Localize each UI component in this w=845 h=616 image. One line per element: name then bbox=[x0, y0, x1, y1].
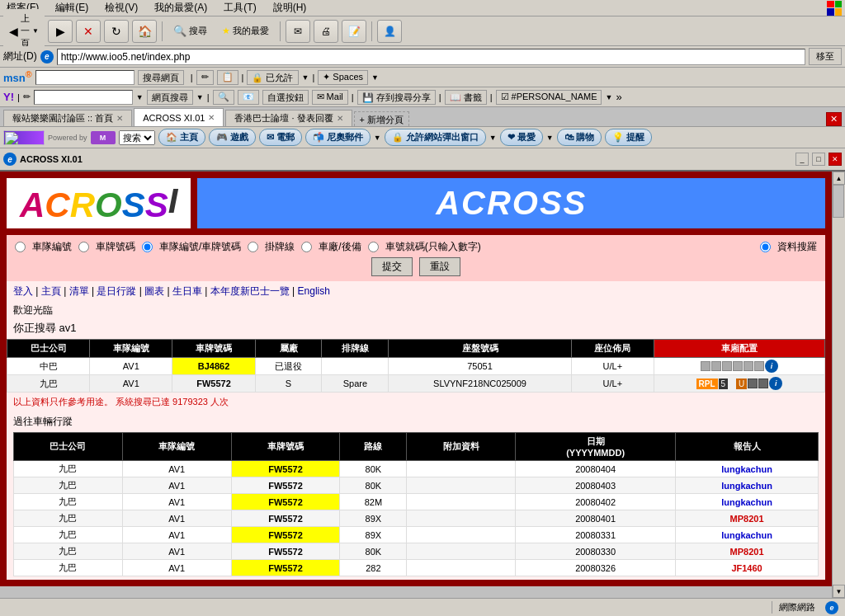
tb-sep-msn: | bbox=[191, 73, 193, 82]
hist-td-plate: FW5572 bbox=[231, 560, 340, 576]
td-fleet-0: AV1 bbox=[90, 358, 172, 375]
nav-english[interactable]: English bbox=[298, 285, 330, 297]
seat-d2 bbox=[758, 379, 768, 388]
search-button[interactable]: 🔍 搜尋 bbox=[168, 21, 213, 40]
td-layout-0: U/L+ bbox=[571, 358, 654, 375]
nav-home[interactable]: 主頁 bbox=[41, 285, 61, 297]
radio-both[interactable] bbox=[142, 242, 153, 252]
mail-button[interactable]: ✉ bbox=[286, 20, 310, 43]
menu-edit[interactable]: 編輯(E) bbox=[52, 0, 92, 16]
refresh-button[interactable]: ↻ bbox=[104, 20, 129, 43]
th-layout: 座位佈局 bbox=[571, 340, 654, 358]
hist-td-route: 89X bbox=[340, 510, 407, 527]
hist-td-extra bbox=[407, 461, 516, 477]
yahoo-btn2[interactable]: 📧 bbox=[238, 90, 259, 105]
neo-games[interactable]: 🎮 遊戲 bbox=[209, 129, 256, 146]
print-button[interactable]: 🖨 bbox=[314, 20, 338, 43]
tab-1[interactable]: ACROSS XI.01 ✕ bbox=[134, 108, 224, 126]
inner-maximize[interactable]: □ bbox=[812, 153, 825, 166]
td-route-1: Spare bbox=[322, 375, 389, 393]
forward-button[interactable]: ▶ bbox=[48, 20, 73, 43]
reset-button[interactable]: 重設 bbox=[419, 257, 460, 276]
scroll-thumb[interactable] bbox=[833, 185, 844, 218]
nav-new-buses[interactable]: 本年度新巴士一覽 bbox=[210, 285, 290, 297]
inner-close[interactable]: ✕ bbox=[828, 153, 842, 166]
nav-today[interactable]: 是日行蹤 bbox=[97, 285, 136, 297]
inner-minimize[interactable]: _ bbox=[795, 153, 809, 166]
address-input[interactable] bbox=[57, 49, 805, 65]
config-seats-1: RPL 5 U i bbox=[659, 377, 819, 390]
edit-button[interactable]: 📝 bbox=[342, 20, 366, 43]
neo-neopets-mail[interactable]: 📬 尼奧郵件 bbox=[305, 129, 371, 146]
vertical-scrollbar[interactable]: ▲ ▼ bbox=[832, 172, 845, 598]
scroll-up[interactable]: ▲ bbox=[833, 172, 845, 185]
radio-depot[interactable] bbox=[301, 242, 312, 252]
td-layout-1: U/L+ bbox=[571, 375, 654, 393]
scroll-down[interactable]: ▼ bbox=[833, 585, 845, 598]
neo-allow[interactable]: 🔒 允許網站彈出窗口 bbox=[385, 129, 486, 146]
menu-tools[interactable]: 工具(T) bbox=[220, 0, 259, 16]
searching-text: 你正搜尋 av1 bbox=[7, 319, 825, 339]
self-select-button[interactable]: 自選按鈕 bbox=[262, 90, 309, 105]
neo-suggest[interactable]: 💡 提醒 bbox=[605, 129, 652, 146]
stop-button[interactable]: ✕ bbox=[76, 20, 101, 43]
inner-browser-title: ACROSS XI.01 bbox=[20, 154, 83, 164]
tab-0[interactable]: 報站樂樂園討論區 :: 首頁 ✕ bbox=[3, 110, 132, 126]
radio-plate[interactable] bbox=[78, 242, 89, 252]
yahoo-search-input[interactable] bbox=[34, 90, 133, 105]
yahoo-btn1[interactable]: 🔍 bbox=[213, 90, 234, 105]
submit-button[interactable]: 提交 bbox=[371, 257, 413, 276]
history-title: 過往車輛行蹤 bbox=[13, 415, 819, 429]
msn-search-input[interactable] bbox=[35, 70, 135, 85]
mark-button[interactable]: 📋 bbox=[217, 70, 238, 85]
radio-fleet[interactable] bbox=[15, 242, 26, 252]
th-company: 巴士公司 bbox=[7, 340, 90, 358]
go-button[interactable]: 移至 bbox=[809, 48, 842, 65]
tab-2-close[interactable]: ✕ bbox=[337, 114, 343, 123]
hist-th-date: 日期 (YYYYMMDD) bbox=[516, 433, 676, 461]
tab-1-close[interactable]: ✕ bbox=[208, 113, 215, 122]
hist-td-reporter: MP8201 bbox=[676, 510, 819, 527]
radio-route[interactable] bbox=[248, 242, 258, 252]
personal-name-button[interactable]: ☑ #PERSONAL_NAME bbox=[496, 90, 602, 105]
neo-shopping[interactable]: 🛍 購物 bbox=[557, 129, 602, 146]
messenger-button[interactable]: 👤 bbox=[377, 20, 402, 43]
neo-home[interactable]: 🏠 主頁 bbox=[158, 129, 205, 146]
menu-help[interactable]: 說明(H) bbox=[270, 0, 310, 16]
radio-datasearch[interactable] bbox=[760, 242, 771, 252]
hist-td-fleet: AV1 bbox=[122, 560, 231, 576]
hist-td-fleet: AV1 bbox=[122, 477, 231, 494]
msn-search-button[interactable]: 搜尋網頁 bbox=[138, 70, 184, 85]
yahoo-search-button[interactable]: 網頁搜尋 bbox=[147, 90, 193, 105]
new-tab-button[interactable]: + 新增分頁 bbox=[354, 111, 409, 126]
home-button[interactable]: 🏠 bbox=[132, 20, 157, 43]
highlight-button[interactable]: ✏ bbox=[196, 70, 214, 85]
favorites-button[interactable]: ★ 我的最愛 bbox=[216, 21, 275, 40]
bookmarks-button[interactable]: 📖 書籤 bbox=[445, 90, 487, 105]
th-seatno: 座盤號碼 bbox=[389, 340, 571, 358]
nav-birthday[interactable]: 生日車 bbox=[172, 285, 202, 297]
neo-select[interactable]: 搜索 bbox=[119, 130, 155, 145]
neo-favorites[interactable]: ❤ 最愛 bbox=[500, 129, 543, 146]
mail-button-y[interactable]: ✉ Mail bbox=[312, 90, 348, 105]
radio-seating[interactable] bbox=[368, 242, 379, 252]
nav-list[interactable]: 清單 bbox=[69, 285, 89, 297]
tab-2[interactable]: 香港巴士論壇 · 發表回覆 ✕ bbox=[225, 110, 352, 126]
nav-chart[interactable]: 圖表 bbox=[144, 285, 164, 297]
tab-0-close[interactable]: ✕ bbox=[116, 114, 123, 123]
nav-login[interactable]: 登入 bbox=[13, 285, 33, 297]
hist-td-company: 九巴 bbox=[14, 527, 123, 543]
allowed-button[interactable]: 🔒 已允許 bbox=[247, 70, 298, 85]
seat-3 bbox=[722, 361, 732, 371]
info-icon-1[interactable]: i bbox=[769, 377, 782, 390]
menu-favorites[interactable]: 我的最愛(A) bbox=[151, 0, 210, 16]
menu-view[interactable]: 檢視(V) bbox=[101, 0, 141, 16]
th-depot: 屬廠 bbox=[255, 340, 322, 358]
info-icon-0[interactable]: i bbox=[765, 360, 778, 373]
ie-status-icon: e bbox=[825, 601, 838, 614]
save-search-button[interactable]: 💾 存到搜尋分享 bbox=[357, 90, 436, 105]
close-all-button[interactable]: ✕ bbox=[826, 112, 842, 126]
neo-email[interactable]: ✉ 電郵 bbox=[259, 129, 302, 146]
spaces-button[interactable]: ✦ Spaces bbox=[318, 70, 368, 85]
scroll-track[interactable] bbox=[833, 185, 845, 585]
